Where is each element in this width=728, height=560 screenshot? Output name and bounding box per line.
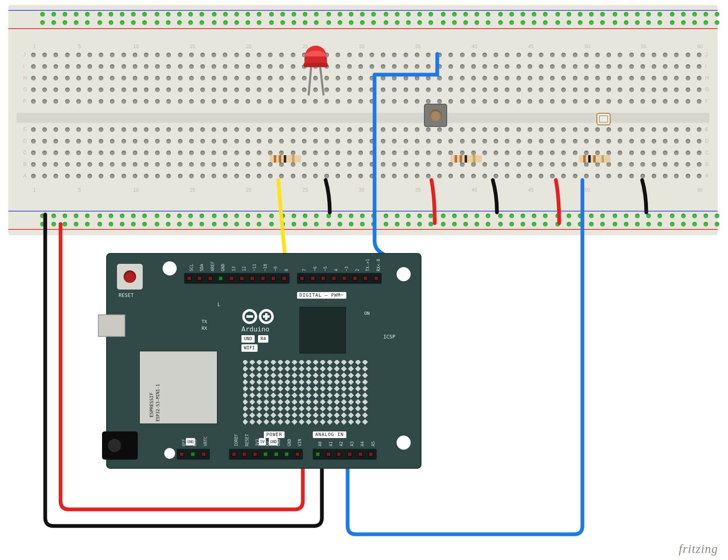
bb-hole bbox=[686, 162, 690, 167]
bb-hole bbox=[246, 99, 250, 104]
bb-hole bbox=[589, 12, 594, 17]
bb-hole bbox=[561, 76, 566, 80]
bb-hole bbox=[618, 99, 622, 104]
pin-label: VIN bbox=[297, 439, 302, 446]
bb-hole bbox=[437, 139, 442, 144]
bb-hole bbox=[392, 127, 397, 132]
bb-hole bbox=[31, 53, 36, 57]
bb-hole bbox=[133, 99, 137, 104]
bb-hole bbox=[257, 174, 261, 178]
pin-label: OFF bbox=[182, 439, 186, 446]
bb-hole bbox=[65, 53, 70, 57]
bb-hole bbox=[246, 127, 250, 132]
bb-hole bbox=[670, 222, 674, 226]
bb-hole bbox=[76, 162, 81, 167]
bb-hole bbox=[63, 20, 67, 25]
bb-hole bbox=[42, 53, 47, 57]
bb-hole bbox=[178, 76, 183, 80]
bb-hole bbox=[429, 214, 433, 218]
bb-hole bbox=[494, 64, 498, 69]
bb-hole bbox=[392, 174, 397, 178]
bb-hole bbox=[133, 53, 137, 57]
bb-hole bbox=[646, 12, 651, 17]
bb-hole bbox=[686, 127, 690, 132]
bb-hole bbox=[51, 20, 56, 25]
bb-hole bbox=[279, 127, 284, 132]
bb-hole bbox=[528, 139, 532, 144]
bb-hole bbox=[155, 76, 160, 80]
bb-hole bbox=[212, 12, 217, 17]
bb-hole bbox=[635, 20, 640, 25]
bb-row-label: E bbox=[705, 127, 709, 132]
bb-hole bbox=[246, 214, 250, 218]
bb-hole bbox=[257, 139, 261, 144]
bb-hole bbox=[448, 151, 453, 155]
pin-label: SCL bbox=[189, 264, 194, 271]
bb-hole bbox=[234, 12, 239, 17]
bb-hole bbox=[539, 162, 543, 167]
bb-hole bbox=[313, 151, 318, 155]
bb-row-label: J bbox=[23, 52, 26, 57]
bb-hole bbox=[110, 162, 114, 167]
bb-hole bbox=[155, 151, 160, 155]
bb-row-label: A bbox=[705, 173, 709, 178]
bb-hole bbox=[88, 76, 92, 80]
bb-hole bbox=[338, 12, 342, 17]
bb-hole bbox=[482, 174, 487, 178]
bb-hole bbox=[539, 88, 543, 92]
bb-hole bbox=[234, 127, 239, 132]
bb-hole bbox=[268, 127, 273, 132]
bb-hole bbox=[392, 139, 397, 144]
bb-hole bbox=[573, 53, 577, 57]
bb-hole bbox=[415, 76, 419, 80]
bb-hole bbox=[177, 222, 182, 226]
bb-hole bbox=[384, 20, 388, 25]
bb-hole bbox=[291, 127, 295, 132]
bb-hole bbox=[657, 12, 662, 17]
bb-hole bbox=[539, 174, 543, 178]
bb-hole bbox=[561, 88, 566, 92]
bb-hole bbox=[42, 139, 47, 144]
bb-hole bbox=[437, 88, 442, 92]
bb-hole bbox=[223, 222, 228, 226]
bb-hole bbox=[441, 12, 446, 17]
pin-label: A4 bbox=[360, 441, 365, 446]
bb-hole bbox=[543, 20, 548, 25]
bb-hole bbox=[460, 88, 465, 92]
bb-hole bbox=[279, 53, 284, 57]
bb-hole bbox=[704, 214, 708, 218]
bb-hole bbox=[555, 222, 560, 226]
bb-hole bbox=[652, 151, 656, 155]
header-digital-left bbox=[184, 273, 290, 284]
bb-hole bbox=[486, 222, 490, 226]
bb-hole bbox=[122, 139, 126, 144]
bb-hole bbox=[144, 162, 149, 167]
analog-strip: ANALOG IN bbox=[313, 431, 346, 438]
bb-hole bbox=[652, 99, 656, 104]
bb-hole bbox=[618, 76, 622, 80]
bb-hole bbox=[426, 127, 431, 132]
bb-hole bbox=[555, 214, 560, 218]
bb-row-label: G bbox=[23, 87, 27, 92]
bb-col-number: 35 bbox=[412, 44, 424, 49]
bb-hole bbox=[31, 99, 36, 104]
arduino-text: Arduino bbox=[241, 326, 269, 333]
bb-hole bbox=[142, 20, 147, 25]
bb-hole bbox=[110, 53, 114, 57]
bb-hole bbox=[303, 222, 307, 226]
header-pin bbox=[218, 276, 223, 281]
bb-hole bbox=[268, 162, 273, 167]
bb-hole bbox=[471, 53, 476, 57]
bb-hole bbox=[257, 53, 261, 57]
bb-hole bbox=[697, 174, 701, 178]
bb-hole bbox=[697, 53, 701, 57]
bb-hole bbox=[600, 222, 605, 226]
bb-hole bbox=[234, 174, 239, 178]
bb-hole bbox=[482, 53, 487, 57]
bb-hole bbox=[358, 99, 363, 104]
bb-hole bbox=[663, 162, 667, 167]
bb-hole bbox=[606, 88, 611, 92]
bb-hole bbox=[686, 99, 690, 104]
bb-hole bbox=[404, 127, 408, 132]
bb-hole bbox=[246, 64, 250, 69]
